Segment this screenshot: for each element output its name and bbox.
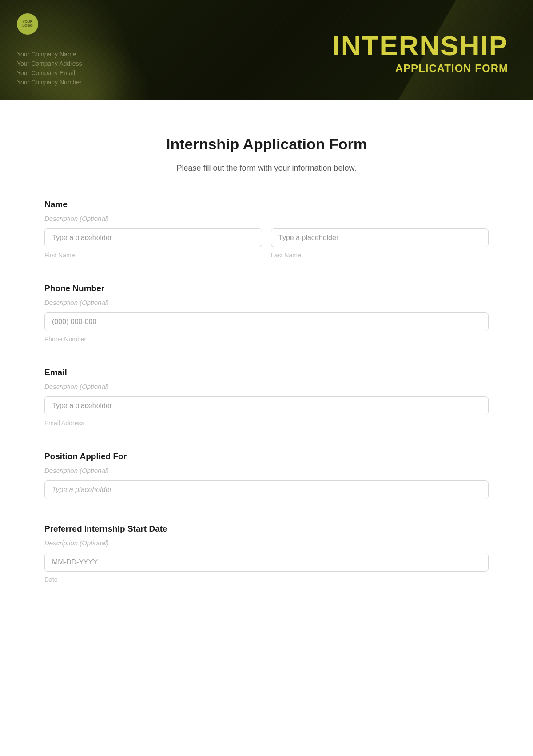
phone-description: Description (Optional) xyxy=(44,299,489,306)
last-name-input[interactable] xyxy=(271,228,489,247)
position-description: Description (Optional) xyxy=(44,467,489,474)
logo-text: YOUR LOGO xyxy=(17,20,38,28)
company-name: Your Company Name xyxy=(17,50,82,59)
last-name-sublabel: Last Name xyxy=(271,252,489,259)
logo-placeholder: YOUR LOGO xyxy=(17,13,38,35)
phone-field-group: Phone Number Description (Optional) Phon… xyxy=(44,284,489,343)
phone-label: Phone Number xyxy=(44,284,489,293)
first-name-input[interactable] xyxy=(44,228,262,247)
company-address: Your Company Address xyxy=(17,59,82,68)
start-date-description: Description (Optional) xyxy=(44,539,489,547)
company-number: Your Company Number xyxy=(17,78,82,87)
phone-sublabel: Phone Number xyxy=(44,336,489,343)
start-date-input[interactable] xyxy=(44,553,489,572)
company-info-block: Your Company Name Your Company Address Y… xyxy=(17,50,82,87)
document-header: YOUR LOGO Your Company Name Your Company… xyxy=(0,0,533,100)
form-container: Internship Application Form Please fill … xyxy=(0,100,533,626)
start-date-label: Preferred Internship Start Date xyxy=(44,524,489,534)
position-field-group: Position Applied For Description (Option… xyxy=(44,452,489,499)
form-subtitle: Please fill out the form with your infor… xyxy=(44,164,489,173)
name-description: Description (Optional) xyxy=(44,215,489,222)
header-title-sub: APPLICATION FORM xyxy=(333,62,508,75)
first-name-sublabel: First Name xyxy=(44,252,262,259)
position-input[interactable] xyxy=(44,480,489,499)
company-email: Your Company Email xyxy=(17,68,82,78)
email-description: Description (Optional) xyxy=(44,383,489,390)
name-label: Name xyxy=(44,200,489,209)
position-label: Position Applied For xyxy=(44,452,489,461)
name-field-group: Name Description (Optional) First Name L… xyxy=(44,200,489,259)
email-field-group: Email Description (Optional) Email Addre… xyxy=(44,368,489,427)
header-title-main: INTERNSHIP xyxy=(333,32,508,60)
email-sublabel: Email Address xyxy=(44,420,489,427)
email-input[interactable] xyxy=(44,396,489,415)
email-label: Email xyxy=(44,368,489,377)
form-title: Internship Application Form xyxy=(44,136,489,153)
start-date-sublabel: Date xyxy=(44,576,489,583)
phone-input[interactable] xyxy=(44,312,489,331)
header-title-block: INTERNSHIP APPLICATION FORM xyxy=(333,32,508,75)
start-date-field-group: Preferred Internship Start Date Descript… xyxy=(44,524,489,583)
